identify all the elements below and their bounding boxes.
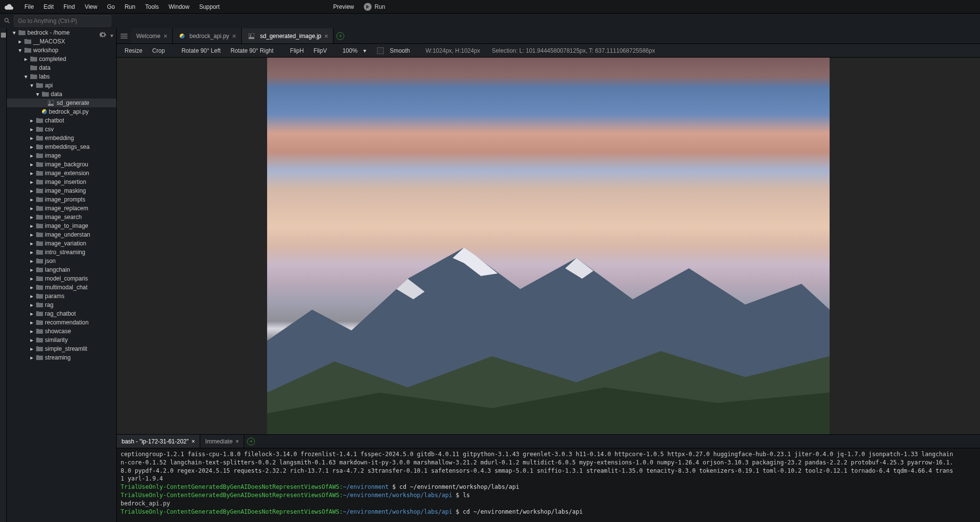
tree-row[interactable]: ▸image_masking bbox=[7, 186, 116, 195]
editor-tab[interactable]: sd_generated_image.jp× bbox=[242, 28, 334, 43]
menu-run[interactable]: Run bbox=[120, 1, 140, 12]
resize-button[interactable]: Resize bbox=[121, 45, 146, 56]
tree-row[interactable]: ▸image_backgrou bbox=[7, 160, 116, 169]
menu-find[interactable]: Find bbox=[59, 1, 80, 12]
folder-icon bbox=[36, 161, 43, 167]
folder-icon bbox=[36, 205, 43, 211]
folder-icon bbox=[36, 276, 43, 281]
chevron-icon: ▸ bbox=[29, 205, 34, 212]
folder-icon bbox=[36, 311, 43, 317]
terminal-tab[interactable]: bash - "ip-172-31-61-202"× bbox=[117, 435, 200, 448]
tab-add-button[interactable]: + bbox=[334, 28, 347, 43]
tree-row[interactable]: ▸image_prompts bbox=[7, 195, 116, 204]
terminal-line: n-core-0.1.52 langchain-text-splitters-0… bbox=[121, 459, 976, 467]
tree-label: bedrock - /home bbox=[27, 29, 70, 36]
tree-row[interactable]: ▸model_comparis bbox=[7, 274, 116, 283]
tree-row[interactable]: ▸completed bbox=[7, 55, 116, 63]
search-icon bbox=[4, 18, 11, 24]
close-icon[interactable]: × bbox=[324, 32, 328, 40]
tree-row[interactable]: ▸embedding bbox=[7, 134, 116, 142]
cloud9-logo-icon[interactable] bbox=[4, 3, 14, 11]
rotate-right-button[interactable]: Rotate 90° Right bbox=[227, 45, 277, 56]
tree-label: image_search bbox=[45, 214, 82, 221]
chevron-icon: ▸ bbox=[29, 310, 34, 317]
tab-list-icon[interactable] bbox=[117, 28, 131, 43]
close-icon[interactable]: × bbox=[235, 438, 239, 445]
tree-row[interactable]: ▸image_search bbox=[7, 213, 116, 221]
terminal-add-button[interactable]: + bbox=[244, 435, 258, 448]
tree-row[interactable]: ▸params bbox=[7, 292, 116, 301]
chevron-icon: ▸ bbox=[29, 170, 34, 177]
tree-row[interactable]: ▸multimodal_chat bbox=[7, 283, 116, 292]
image-file-icon bbox=[249, 33, 255, 39]
goto-anything-input[interactable] bbox=[14, 15, 111, 27]
tree-row[interactable]: data bbox=[7, 63, 116, 72]
tree-row[interactable]: ▸streaming bbox=[7, 353, 116, 362]
close-icon[interactable]: × bbox=[191, 438, 195, 445]
flipv-button[interactable]: FlipV bbox=[310, 45, 331, 56]
tree-row[interactable]: ▸csv bbox=[7, 125, 116, 134]
terminal-line: TrialUseOnly-ContentGeneratedByGenAIDoes… bbox=[121, 508, 976, 516]
image-canvas-area[interactable] bbox=[117, 58, 980, 434]
tree-row[interactable]: ▸similarity bbox=[7, 336, 116, 344]
tree-row[interactable]: ▸langchain bbox=[7, 265, 116, 274]
menu-go[interactable]: Go bbox=[102, 1, 120, 12]
chevron-icon: ▸ bbox=[29, 266, 34, 273]
menu-edit[interactable]: Edit bbox=[39, 1, 59, 12]
chevron-icon: ▸ bbox=[29, 179, 34, 185]
preview-button[interactable]: Preview bbox=[328, 1, 359, 12]
terminal-content[interactable]: ceptiongroup-1.2.1 faiss-cpu-1.8.0 filel… bbox=[117, 448, 980, 522]
close-icon[interactable]: × bbox=[232, 32, 236, 40]
tree-row[interactable]: ▸image_insertion bbox=[7, 178, 116, 186]
fliph-button[interactable]: FlipH bbox=[286, 45, 308, 56]
rotate-left-button[interactable]: Rotate 90° Left bbox=[178, 45, 225, 56]
python-icon bbox=[42, 109, 47, 114]
tree-row[interactable]: ▸intro_streaming bbox=[7, 248, 116, 257]
tree-row[interactable]: ▾data bbox=[7, 90, 116, 99]
chevron-icon: ▸ bbox=[29, 161, 34, 168]
tree-label: showcase bbox=[45, 328, 71, 335]
terminal-tab[interactable]: Immediate× bbox=[200, 435, 244, 448]
menu-support[interactable]: Support bbox=[194, 1, 225, 12]
crop-button[interactable]: Crop bbox=[148, 45, 169, 56]
tree-menu-icon[interactable]: ▾ bbox=[110, 32, 113, 39]
tree-row[interactable]: ▸image_extension bbox=[7, 169, 116, 178]
tree-row[interactable]: ▸showcase bbox=[7, 327, 116, 336]
menu-tools[interactable]: Tools bbox=[140, 1, 164, 12]
environment-icon[interactable] bbox=[1, 32, 6, 39]
chevron-icon: ▸ bbox=[29, 240, 34, 247]
tree-row[interactable]: ▸recommendation bbox=[7, 318, 116, 327]
tree-row[interactable]: ▸image_to_image bbox=[7, 221, 116, 230]
close-icon[interactable]: × bbox=[164, 32, 167, 40]
tree-row[interactable]: ▾api bbox=[7, 81, 116, 90]
tree-row[interactable]: ▾labs bbox=[7, 72, 116, 81]
tree-row[interactable]: ▸image_replacem bbox=[7, 204, 116, 213]
tree-row[interactable]: ▸json bbox=[7, 257, 116, 265]
chevron-icon: ▸ bbox=[29, 319, 34, 326]
tree-row[interactable]: sd_generate bbox=[7, 99, 116, 107]
tree-row[interactable]: ▸chatbot bbox=[7, 116, 116, 125]
menu-file[interactable]: File bbox=[20, 1, 39, 12]
run-button[interactable]: Run bbox=[359, 1, 390, 13]
tree-row[interactable]: bedrock_api.py bbox=[7, 107, 116, 116]
chevron-icon: ▸ bbox=[29, 187, 34, 194]
tree-row[interactable]: ▸rag bbox=[7, 301, 116, 309]
tree-label: params bbox=[45, 293, 64, 300]
gear-icon[interactable] bbox=[100, 31, 106, 40]
tree-row[interactable]: ▾workshop bbox=[7, 46, 116, 55]
svg-point-4 bbox=[49, 101, 51, 103]
tree-row[interactable]: ▸image_variation bbox=[7, 239, 116, 248]
editor-tab[interactable]: bedrock_api.py× bbox=[173, 28, 242, 43]
zoom-dropdown[interactable]: ▾ bbox=[361, 46, 368, 55]
tree-row[interactable]: ▸rag_chatbot bbox=[7, 309, 116, 318]
terminal-panel: bash - "ip-172-31-61-202"×Immediate× + c… bbox=[117, 434, 980, 522]
smooth-checkbox[interactable] bbox=[377, 47, 384, 54]
menu-view[interactable]: View bbox=[80, 1, 102, 12]
tree-row[interactable]: ▸embeddings_sea bbox=[7, 142, 116, 151]
svg-point-9 bbox=[250, 34, 251, 36]
tree-row[interactable]: ▸simple_streamlit bbox=[7, 344, 116, 353]
editor-tab[interactable]: Welcome× bbox=[131, 28, 173, 43]
menu-window[interactable]: Window bbox=[164, 1, 194, 12]
tree-row[interactable]: ▸image_understan bbox=[7, 230, 116, 239]
tree-row[interactable]: ▸image bbox=[7, 151, 116, 160]
